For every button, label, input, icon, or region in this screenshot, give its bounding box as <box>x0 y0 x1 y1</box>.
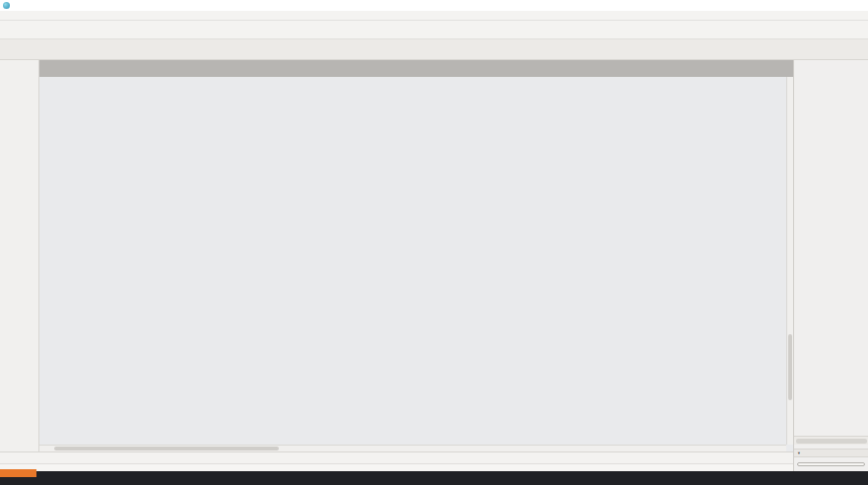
project-tree <box>794 64 868 436</box>
viewport-3d[interactable] <box>39 77 793 451</box>
status-bar <box>0 463 793 471</box>
properties-view-row <box>794 457 868 461</box>
3d-scene <box>39 77 793 451</box>
settings-button[interactable] <box>797 462 865 466</box>
windows-taskbar <box>0 471 868 485</box>
status-indicator <box>0 469 36 477</box>
main-area <box>0 60 868 451</box>
info-box <box>0 39 868 60</box>
toolbox-palette <box>0 60 39 451</box>
collapse-icon: ▾ <box>796 450 802 455</box>
archicad-app-icon <box>3 2 10 9</box>
navigator-horizontal-scrollbar[interactable] <box>794 436 868 445</box>
center-column <box>39 60 793 451</box>
quick-options-bar <box>0 451 793 463</box>
viewport-horizontal-scrollbar[interactable] <box>39 445 786 451</box>
archicad-window: ▾ <box>0 0 868 485</box>
main-toolbar <box>0 21 868 39</box>
scroll-thumb[interactable] <box>796 439 867 444</box>
properties-header[interactable]: ▾ <box>794 449 868 457</box>
navigator-panel: ▾ <box>793 60 868 471</box>
title-bar <box>0 0 868 11</box>
menu-bar <box>0 11 868 21</box>
viewport-vertical-scrollbar[interactable] <box>786 77 793 445</box>
tab-bar <box>39 60 793 77</box>
